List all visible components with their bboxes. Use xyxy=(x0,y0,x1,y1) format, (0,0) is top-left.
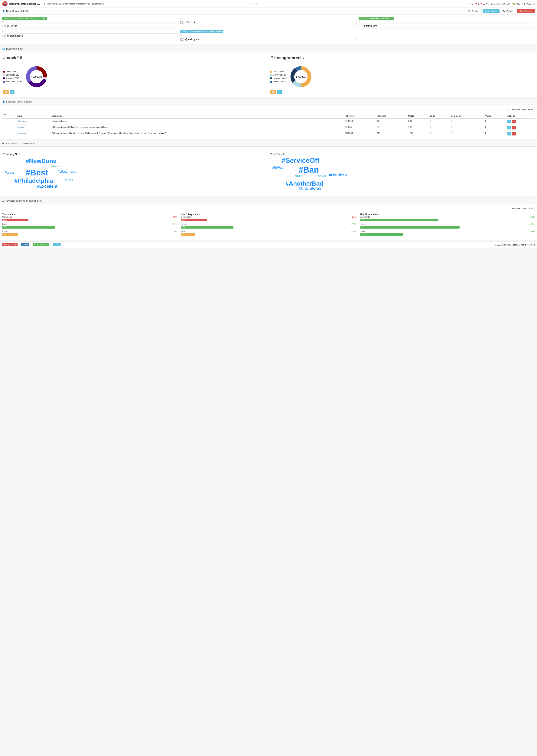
row-checkbox-input-0[interactable] xyxy=(4,120,6,122)
progress-bar-0: 15% xyxy=(181,219,207,221)
stat-row-1: Likes + 30% 30% xyxy=(2,223,177,229)
row-link-anchor-2[interactable]: evalongoria xyxy=(18,132,28,134)
emotrends-label: EmoTrends (in development) xyxy=(6,142,34,145)
row-link-anchor-1[interactable]: lionking xyxy=(18,126,24,128)
account-section-label: Instagram account details xyxy=(6,101,32,103)
row-posts-0: 386 xyxy=(407,118,429,125)
top-search-col: Top Search #ServiceOff#SoPoor#Ban#Nope#S… xyxy=(270,153,534,193)
wordcloud-word: #wow xyxy=(5,171,14,175)
instagramreels-input-row xyxy=(2,33,179,38)
delete-button-2[interactable]: ✕ xyxy=(512,132,516,136)
hash-chart-button-covid19[interactable]: 📈 xyxy=(3,90,9,94)
col-likes: Likes xyxy=(429,113,449,118)
stat-views-value: 47569414 xyxy=(525,3,535,5)
account-download-button[interactable]: ⬇ Download Data in Excel xyxy=(506,107,535,112)
hashworld-section: # covid19 Likes: 12406 Comments: 315 xyxy=(0,52,537,97)
account-table-body: demimoore #InsideOutBook 2349214 905 386… xyxy=(2,118,535,137)
top-search-title: Top Search xyxy=(270,153,534,156)
wordcloud-word: #SoPoor xyxy=(272,166,285,169)
stat-label-0: Comments xyxy=(360,216,370,218)
row-bio-0: #InsideOutBook xyxy=(50,118,343,125)
demimoore-field[interactable] xyxy=(362,23,535,28)
search-item-covid19: # xyxy=(180,17,356,28)
wordcloud-word: #Philadelphia xyxy=(14,177,53,184)
hashworld-section-header: 🌐 Hashworld graph xyxy=(0,46,537,52)
search-empty-cell xyxy=(358,30,535,42)
lionking-field[interactable] xyxy=(6,23,179,28)
progress-bar-1: 30% xyxy=(2,226,55,229)
hash-card-covid19: # covid19 Likes: 12406 Comments: 315 xyxy=(3,55,267,94)
hash-chart-button-ir[interactable]: 📈 xyxy=(270,90,276,94)
edit-button-0[interactable]: ✎ xyxy=(508,120,512,123)
footer-link-1[interactable]: Credits xyxy=(21,243,29,246)
evalongoria-checkbox[interactable] xyxy=(180,38,183,41)
row-checkbox-2 xyxy=(2,131,16,137)
edit-button-1[interactable]: ✎ xyxy=(508,126,512,129)
covid19-checkbox[interactable] xyxy=(180,21,183,24)
lionking-checkbox[interactable] xyxy=(2,25,5,27)
instagramreels-field[interactable] xyxy=(6,33,179,38)
row-views-0: 0 xyxy=(484,118,506,125)
row-checkbox-input-1[interactable] xyxy=(4,126,6,128)
table-row: lionking #TheLionKing and #BlackIsKing a… xyxy=(2,125,535,131)
stat-label-2: Views xyxy=(2,231,8,233)
legend-keywords-label-ir: Keywords: 4467 xyxy=(273,77,287,80)
legend-views-label: Video Views: 17259 xyxy=(6,80,22,83)
footer-link-3[interactable]: Privacy xyxy=(53,243,61,246)
search-item-evalongoria: Likes & Comments Done...Eva Longoria Bas… xyxy=(180,30,356,42)
select-all-checkbox[interactable] xyxy=(4,114,6,117)
clear-session-button[interactable]: Clear Session xyxy=(517,9,535,13)
delete-button-1[interactable]: ✕ xyxy=(512,126,516,129)
logo-icon: 📷 xyxy=(2,1,8,6)
stat-views: 📢 47569414 xyxy=(522,3,535,5)
row-link-anchor-0[interactable]: demimoore xyxy=(18,120,28,122)
wordcloud-word: #AnotherBad xyxy=(285,180,323,187)
full-details-button[interactable]: Full Details xyxy=(501,9,516,13)
hash-name-covid19: covid19 xyxy=(7,56,22,60)
col-actions: Actions xyxy=(506,113,535,118)
account-section-header: 👤 Instagram account details xyxy=(0,99,537,105)
instagramreels-checkbox[interactable] xyxy=(2,35,5,37)
keywords-download-button[interactable]: ⬇ Download Data in Excel xyxy=(506,206,535,211)
hash-export-button-covid19[interactable]: ➡ xyxy=(10,90,15,94)
bar-label-2: 25% xyxy=(360,234,364,236)
hash-export-button-ir[interactable]: ➡ xyxy=(277,90,282,94)
row-actions-0: ✎ ✕ xyxy=(506,118,535,125)
topbar-user-label: User @account details xyxy=(6,10,29,13)
wordcloud-word: #DoNotWorks xyxy=(299,187,323,191)
legend-dot-keywords xyxy=(3,77,5,79)
covid19-field[interactable] xyxy=(184,20,356,25)
stat-row-0: Comments - 15% 15% xyxy=(2,216,177,221)
keywords-section-header: ☰ Keywords analytics (in development) xyxy=(0,198,537,204)
demimoore-checkbox[interactable] xyxy=(358,25,361,27)
search-icon[interactable]: 🔍 xyxy=(255,3,466,5)
footer-separator-1: | xyxy=(31,244,31,246)
set-session-button[interactable]: Set Session xyxy=(466,9,481,13)
search-grid: Likes & Comments Done...Disney's The Lio… xyxy=(2,17,535,42)
row-checkbox-input-2[interactable] xyxy=(4,132,6,134)
today-stats-col: Today Stats: Comments - 15% 15% Likes + … xyxy=(2,213,177,238)
wordcloud-word: #SoBad xyxy=(317,175,326,177)
stat-change-1: + 57% xyxy=(529,223,535,225)
hash-divider-covid19 xyxy=(3,63,267,63)
evalongoria-field[interactable] xyxy=(184,37,356,42)
wordcloud-word: #ServiceOff xyxy=(282,156,319,164)
stat-likes-value: 23395 xyxy=(483,3,489,5)
stat-messages: 💬 1107 xyxy=(502,3,510,5)
topbar: 👤 User @account details Set Session Basi… xyxy=(0,8,537,15)
legend-dot-comments-ir xyxy=(270,74,272,76)
row-bio-1: #TheLionKing and #BlackIsKing are now st… xyxy=(50,125,343,131)
footer-link-2[interactable]: Terms of Service xyxy=(33,243,49,246)
basic-details-button[interactable]: Basic Details xyxy=(483,9,500,13)
legend-views-label-ir: Video Views: 0 xyxy=(273,80,285,83)
progress-bar-0: 15% xyxy=(2,219,28,221)
footer-link-0[interactable]: Debug Console xyxy=(2,243,18,246)
search-bar[interactable]: @lionking #Covid19 @demimoore #instagram… xyxy=(42,2,467,6)
hash-legend-covid19: Likes: 12406 Comments: 315 Keywords: 394… xyxy=(3,70,22,83)
row-comments-1: 0 xyxy=(449,125,484,131)
delete-button-0[interactable]: ✕ xyxy=(512,120,516,123)
stat-label-0: Comments xyxy=(2,216,12,218)
search-item-instagramreels: # xyxy=(2,30,179,42)
edit-button-2[interactable]: ✎ xyxy=(508,132,512,136)
trending-now-title: Trending Now xyxy=(3,153,267,156)
